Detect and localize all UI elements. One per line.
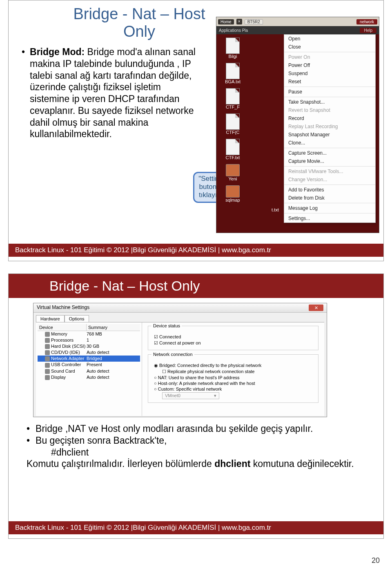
device-list: Device Summary Memory768 MBProcessors1Ha… (36, 322, 142, 416)
menu-item[interactable]: Capture Movie... (284, 157, 375, 165)
device-row[interactable]: USB ControllerPresent (38, 362, 140, 368)
menu-item[interactable]: Delete from Disk (284, 194, 375, 202)
dhclient-command: #dhclient (27, 447, 367, 458)
menu-item[interactable]: Add to Favorites (284, 186, 375, 194)
vmnet-dropdown[interactable]: VMnet0 (162, 392, 219, 399)
menu-item: Power On (284, 53, 375, 61)
vm-tabbar: Home × BT5R2 network (216, 17, 379, 26)
bullet-2c-post: komutuna değinilecektir. (250, 458, 354, 469)
settings-tabs: Hardware Options (33, 313, 327, 322)
slide-2: Bridge - Nat – Host Only Virtual Machine… (8, 273, 384, 539)
menu-item[interactable]: Close (284, 43, 375, 51)
slide1-footer: Backtrack Linux - 101 Eğitimi © 2012 |Bi… (9, 244, 383, 257)
desktop-icon[interactable]: BGA.txt (220, 63, 245, 84)
slide1-heading: Bridge - Nat – Host Only (58, 5, 221, 40)
bullet-2c-pre: Komutu çalıştırılmalıdır. İlerleyen bölü… (27, 458, 214, 469)
menu-item[interactable]: Open (284, 35, 375, 43)
applications-menu[interactable]: Applications Pla (219, 28, 248, 33)
dhclient-bold: dhclient (214, 458, 250, 469)
bridged-radio[interactable]: Bridged: Connected directly to the physi… (154, 363, 315, 368)
device-row[interactable]: Hard Disk (SCSI)30 GB (38, 343, 140, 349)
close-tab-icon[interactable]: × (236, 19, 242, 24)
desktop-icon[interactable]: Yeni (220, 164, 245, 181)
close-icon[interactable]: ✕ (309, 305, 323, 311)
menu-item[interactable]: Suspend (284, 69, 375, 78)
home-button[interactable]: Home (218, 19, 234, 24)
vmware-screenshot: Home × BT5R2 network Applications Pla He… (216, 17, 379, 233)
device-row[interactable]: Network AdapterBridged (38, 356, 140, 362)
replicate-checkbox[interactable]: Replicate physical network connection st… (162, 369, 315, 374)
tab-options[interactable]: Options (65, 315, 89, 322)
col-device: Device (38, 324, 87, 331)
menu-item: Replay Last Recording (284, 122, 375, 131)
vm-tab[interactable]: BT5R2 (245, 19, 263, 24)
slide1-para: Bridge mod'a alınan sanal makina IP tale… (30, 47, 196, 139)
bullet-2a: Bu geçişten sonra Backtrack'te, (36, 435, 167, 446)
custom-radio[interactable]: Custom: Specific virtual network (154, 387, 315, 391)
desktop-icons: BilgiBGA.txtCTF_FCTF(CCTF.txtYenisqlmap (216, 34, 282, 207)
slide2-title: Bridge - Nat – Host Only (9, 274, 383, 298)
context-menu[interactable]: OpenClosePower OnPower OffSuspendResetPa… (284, 34, 376, 223)
menu-item[interactable]: Take Snapshot... (284, 98, 375, 106)
help-menu[interactable]: Help (360, 28, 376, 33)
window-titlebar: Virtual Machine Settings ✕ (33, 303, 327, 313)
window-title: Virtual Machine Settings (37, 305, 89, 311)
slide2-footer: Backtrack Linux - 101 Eğitimi © 2012 |Bi… (9, 521, 383, 534)
device-row[interactable]: CD/DVD (IDE)Auto detect (38, 349, 140, 356)
menu-item: Change Version... (284, 176, 375, 184)
menu-item[interactable]: Power Off (284, 61, 375, 69)
page-number: 20 (372, 556, 380, 565)
connect-poweron-checkbox[interactable]: Connect at power on (154, 340, 315, 346)
nat-radio[interactable]: NAT: Used to share the host's IP address (154, 375, 315, 380)
device-row[interactable]: Sound CardAuto detect (38, 368, 140, 374)
network-connection-label: Network connection (151, 352, 194, 357)
hostonly-radio[interactable]: Host-only: A private network shared with… (154, 381, 315, 386)
partial-filename: t.txt (272, 207, 279, 212)
desktop-icon[interactable]: CTF_F (220, 88, 245, 109)
vm-settings-window: Virtual Machine Settings ✕ Hardware Opti… (33, 303, 327, 417)
menu-item[interactable]: Record (284, 114, 375, 122)
desktop-icon[interactable]: CTF(C (220, 113, 245, 135)
menu-item[interactable]: Capture Screen... (284, 149, 375, 157)
slide-1: Bridge - Nat – Host Only Bridge Mod: Bri… (8, 0, 384, 261)
menu-item[interactable]: Clone... (284, 139, 375, 147)
gnome-panel: Applications Pla Help (216, 26, 379, 34)
menu-item[interactable]: Pause (284, 88, 375, 96)
desktop-icon[interactable]: sqlmap (220, 185, 245, 202)
device-row[interactable]: Memory768 MB (38, 331, 140, 337)
col-summary: Summary (87, 324, 109, 331)
slide2-body: Bridge ,NAT ve Host only modları arasınd… (9, 417, 383, 470)
bullet-1: Bridge ,NAT ve Host only modları arasınd… (36, 423, 313, 434)
connected-checkbox[interactable]: Connected (154, 334, 315, 340)
tab-hardware[interactable]: Hardware (36, 315, 65, 322)
network-button[interactable]: network (356, 19, 377, 24)
device-row[interactable]: Processors1 (38, 337, 140, 343)
desktop-icon[interactable]: CTF.txt (220, 139, 245, 160)
menu-item[interactable]: Snapshot Manager (284, 131, 375, 139)
slide1-body: Bridge Mod: Bridge mod'a alınan sanal ma… (9, 43, 209, 140)
menu-item: Reinstall VMware Tools... (284, 167, 375, 176)
menu-item[interactable]: Message Log (284, 204, 375, 212)
desktop-icon[interactable]: Bilgi (220, 38, 245, 59)
device-status-label: Device status (151, 323, 182, 328)
bridge-mod-label: Bridge Mod: (30, 47, 85, 57)
menu-item[interactable]: Settings... (284, 214, 375, 222)
device-details: Device status Connected Connect at power… (142, 322, 324, 416)
menu-item: Revert to Snapshot (284, 106, 375, 114)
device-row[interactable]: DisplayAuto detect (38, 374, 140, 380)
menu-item[interactable]: Reset (284, 78, 375, 86)
